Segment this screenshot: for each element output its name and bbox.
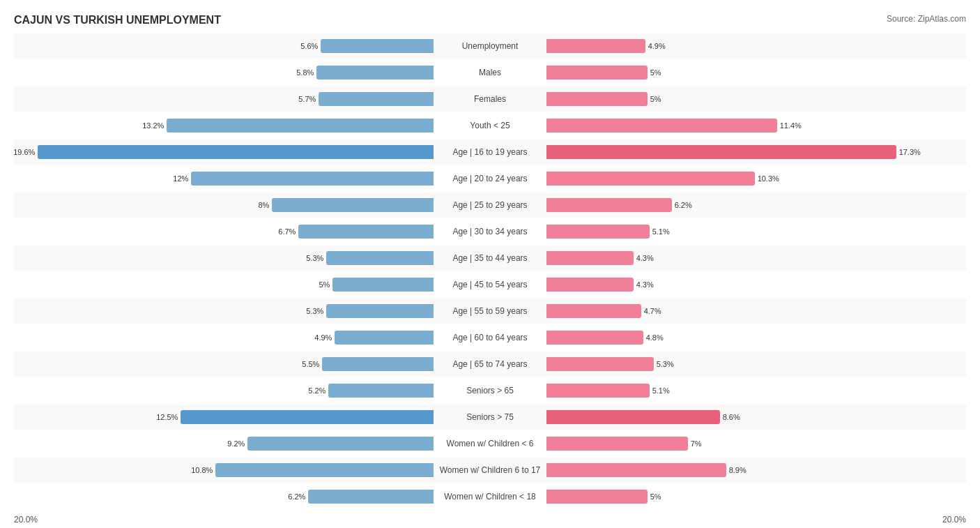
right-section: 5% <box>546 86 966 112</box>
bar-turkish <box>546 278 634 292</box>
value-cajun: 5.7% <box>298 95 316 103</box>
chart-row: 8% Age | 25 to 29 years 6.2% <box>14 193 966 218</box>
bar-turkish <box>546 172 755 186</box>
right-section: 8.6% <box>546 405 966 430</box>
value-cajun: 5.3% <box>306 254 323 262</box>
right-section: 6.2% <box>546 193 966 218</box>
bar-turkish <box>546 410 720 424</box>
row-label: Unemployment <box>434 41 546 51</box>
value-cajun: 5.2% <box>308 386 326 395</box>
chart-row: 5% Age | 45 to 54 years 4.3% <box>14 272 966 297</box>
left-section: 8% <box>14 193 434 218</box>
bar-turkish <box>546 357 654 371</box>
chart-row: 9.2% Women w/ Children < 6 7% <box>14 431 966 456</box>
axis-right-label: 20.0% <box>942 515 966 525</box>
left-section: 9.2% <box>14 431 434 456</box>
left-section: 5.3% <box>14 299 434 324</box>
row-label: Seniors > 65 <box>434 386 546 395</box>
bar-cajun <box>321 39 434 53</box>
left-section: 4.9% <box>14 325 434 350</box>
value-cajun: 12% <box>173 174 188 183</box>
value-cajun: 4.9% <box>314 333 332 342</box>
value-turkish: 5% <box>650 68 661 77</box>
value-cajun: 19.6% <box>13 148 35 156</box>
value-cajun: 5% <box>319 280 330 289</box>
value-turkish: 5% <box>650 492 661 501</box>
chart-row: 12.5% Seniors > 75 8.6% <box>14 405 966 430</box>
bar-cajun <box>319 92 434 106</box>
value-cajun: 9.2% <box>227 439 245 448</box>
chart-title: CAJUN VS TURKISH UNEMPLOYMENT <box>14 14 966 27</box>
right-section: 5.1% <box>546 219 966 244</box>
bar-cajun <box>328 384 434 398</box>
axis-left-label: 20.0% <box>14 515 38 525</box>
bar-cajun <box>38 145 434 159</box>
right-section: 5.1% <box>546 378 966 403</box>
value-cajun: 8% <box>258 201 269 209</box>
right-section: 5% <box>546 484 966 509</box>
chart-row: 5.3% Age | 55 to 59 years 4.7% <box>14 299 966 324</box>
left-section: 5.7% <box>14 86 434 112</box>
chart-area: 5.6% Unemployment 4.9% 5.8% Males 5% 5.7… <box>14 33 966 509</box>
left-section: 12.5% <box>14 405 434 430</box>
chart-container: CAJUN VS TURKISH UNEMPLOYMENT Source: Zi… <box>0 0 980 528</box>
bar-cajun <box>332 278 434 292</box>
row-label: Women w/ Children 6 to 17 <box>434 465 546 475</box>
bar-turkish <box>546 331 643 345</box>
bar-cajun <box>191 172 434 186</box>
bar-turkish <box>546 463 726 477</box>
chart-row: 5.6% Unemployment 4.9% <box>14 33 966 59</box>
bar-cajun <box>272 198 434 212</box>
left-section: 13.2% <box>14 113 434 138</box>
row-label: Age | 16 to 19 years <box>434 147 546 157</box>
right-section: 4.3% <box>546 246 966 271</box>
value-turkish: 5.1% <box>652 227 670 236</box>
chart-row: 4.9% Age | 60 to 64 years 4.8% <box>14 325 966 350</box>
row-label: Age | 65 to 74 years <box>434 359 546 369</box>
left-section: 19.6% <box>14 139 434 165</box>
right-section: 4.8% <box>546 325 966 350</box>
value-turkish: 5% <box>650 95 661 103</box>
row-label: Age | 35 to 44 years <box>434 253 546 263</box>
value-turkish: 17.3% <box>899 148 921 156</box>
chart-row: 5.3% Age | 35 to 44 years 4.3% <box>14 246 966 271</box>
left-section: 5.3% <box>14 246 434 271</box>
value-cajun: 12.5% <box>156 413 178 421</box>
bar-turkish <box>546 66 648 80</box>
right-section: 4.7% <box>546 299 966 324</box>
bar-turkish <box>546 251 634 265</box>
bar-turkish <box>546 225 650 239</box>
bar-cajun <box>298 225 434 239</box>
value-cajun: 13.2% <box>142 121 164 130</box>
left-section: 10.8% <box>14 458 434 483</box>
row-label: Males <box>434 68 546 77</box>
value-cajun: 10.8% <box>191 466 213 474</box>
bar-cajun <box>308 490 434 504</box>
left-section: 6.2% <box>14 484 434 509</box>
left-section: 6.7% <box>14 219 434 244</box>
bar-turkish <box>546 198 672 212</box>
axis-right: 20.0% <box>546 515 966 525</box>
value-turkish: 4.9% <box>648 42 666 50</box>
chart-row: 6.7% Age | 30 to 34 years 5.1% <box>14 219 966 244</box>
bar-turkish <box>546 384 650 398</box>
value-cajun: 6.2% <box>288 492 305 501</box>
right-section: 8.9% <box>546 458 966 483</box>
value-turkish: 4.3% <box>636 280 654 289</box>
row-label: Age | 30 to 34 years <box>434 227 546 236</box>
row-label: Age | 45 to 54 years <box>434 280 546 289</box>
value-turkish: 6.2% <box>675 201 692 209</box>
chart-row: 5.7% Females 5% <box>14 86 966 112</box>
bar-turkish <box>546 437 688 451</box>
bar-turkish <box>546 92 648 106</box>
bar-turkish <box>546 119 777 133</box>
bar-cajun <box>326 251 434 265</box>
chart-row: 5.8% Males 5% <box>14 60 966 85</box>
value-turkish: 10.3% <box>758 174 779 183</box>
value-turkish: 7% <box>691 439 702 448</box>
chart-source: Source: ZipAtlas.com <box>887 14 966 24</box>
row-label: Age | 25 to 29 years <box>434 200 546 210</box>
right-section: 10.3% <box>546 166 966 191</box>
bar-cajun <box>181 410 434 424</box>
left-section: 5% <box>14 272 434 297</box>
